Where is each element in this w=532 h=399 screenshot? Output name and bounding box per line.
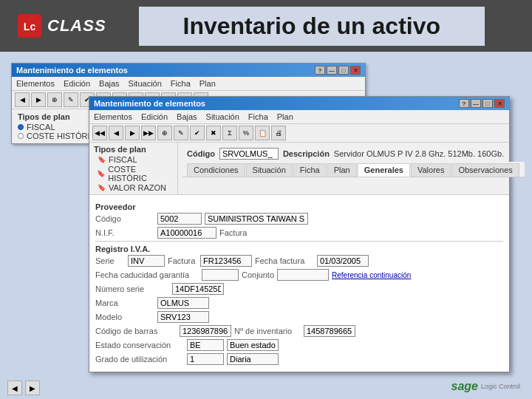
front-plan-items: 🔖 FISCAL 🔖 COSTE HISTÓRIC 🔖 VALOR RAZON <box>94 155 173 192</box>
front-window-title: Mantenimiento de elementos <box>94 99 205 108</box>
front-plan-coste-text: COSTE HISTÓRIC <box>108 165 173 183</box>
tab-generales[interactable]: Generales <box>358 163 410 177</box>
back-menu-bar: Elementos Edición Bajas Situación Ficha … <box>12 77 365 91</box>
back-tb-2[interactable]: ▶ <box>31 92 46 107</box>
back-menu-elementos[interactable]: Elementos <box>15 78 56 89</box>
tab-condiciones[interactable]: Condiciones <box>187 163 245 177</box>
front-tb-8[interactable]: ✖ <box>206 126 221 140</box>
divider-1 <box>95 241 503 242</box>
back-menu-edicion[interactable]: Edición <box>62 78 92 89</box>
front-plan-valor: 🔖 VALOR RAZON <box>97 183 173 192</box>
estado-conservacion-text[interactable] <box>227 339 279 351</box>
front-codigo-label: Código <box>187 149 215 158</box>
nro-inventario-input[interactable] <box>304 325 355 337</box>
tab-situacion[interactable]: Situación <box>246 163 293 177</box>
front-tb-11[interactable]: 📋 <box>255 126 270 140</box>
tab-ficha[interactable]: Ficha <box>293 163 327 177</box>
back-tb-1[interactable]: ◀ <box>15 92 30 107</box>
sage-text: sage <box>451 380 478 393</box>
front-max-btn[interactable]: □ <box>482 99 493 108</box>
fecha-caducidad-input[interactable] <box>202 269 239 281</box>
front-menu-situacion[interactable]: Situación <box>205 112 241 122</box>
cod-proveedor-input[interactable] <box>157 213 202 225</box>
front-min-btn[interactable]: — <box>471 99 481 108</box>
ref-continua-label[interactable]: Referencia continuación <box>332 271 411 279</box>
proveedor-row: Código <box>95 213 503 225</box>
back-menu-plan[interactable]: Plan <box>198 78 217 89</box>
front-tipos-plan: Tipos de plan 🔖 FISCAL 🔖 COSTE HISTÓRIC … <box>89 143 178 194</box>
nif-input[interactable] <box>157 227 216 239</box>
factura-label: Factura <box>219 228 256 237</box>
nav-next-btn[interactable]: ▶ <box>25 381 40 395</box>
factura-num-input[interactable] <box>200 255 252 267</box>
front-menu-ficha[interactable]: Ficha <box>247 112 270 122</box>
front-tb-10[interactable]: % <box>239 126 253 140</box>
proveedor-name-input[interactable] <box>205 213 308 225</box>
front-plan-fiscal: 🔖 FISCAL <box>97 155 173 164</box>
back-help-btn[interactable]: ? <box>315 66 325 75</box>
marca-label: Marca <box>95 299 154 307</box>
logo-icon: Lc <box>15 11 44 41</box>
fecha-factura-input[interactable] <box>317 255 369 267</box>
front-tb-6[interactable]: ✎ <box>174 126 188 140</box>
nav-prev-btn[interactable]: ◀ <box>7 381 22 395</box>
front-tb-1[interactable]: ◀◀ <box>92 126 107 140</box>
num-serie-row: Número serie <box>95 283 503 295</box>
front-menu-bajas[interactable]: Bajas <box>175 112 199 122</box>
front-window-controls: ? — □ ✕ <box>459 99 505 108</box>
sage-logo: sage Logic Control <box>451 380 521 393</box>
front-tb-3[interactable]: ▶ <box>125 126 140 140</box>
modelo-row: Modelo <box>95 311 503 323</box>
main-content: Mantenimiento de elementos ? — □ ✕ Eleme… <box>0 52 532 399</box>
tab-plan[interactable]: Plan <box>327 163 357 177</box>
marca-input[interactable] <box>157 297 209 309</box>
back-bullet-fiscal <box>18 124 24 130</box>
iva-row: Serie Factura Fecha factura <box>95 255 503 267</box>
front-menu-plan[interactable]: Plan <box>276 112 295 122</box>
front-tb-4[interactable]: ▶▶ <box>141 126 156 140</box>
front-icon-coste: 🔖 <box>97 169 105 178</box>
front-tb-2[interactable]: ◀ <box>109 126 123 140</box>
front-window-titlebar: Mantenimiento de elementos ? — □ ✕ <box>89 97 509 110</box>
modelo-input[interactable] <box>157 311 209 323</box>
form-body: Proveedor Código N.I.F. Factura Registro… <box>89 195 509 372</box>
back-tb-3[interactable]: ⊕ <box>47 92 62 107</box>
front-icon-valor: 🔖 <box>97 183 106 192</box>
front-tipos-label: Tipos de plan <box>94 145 173 154</box>
conjunto-input[interactable] <box>277 269 329 281</box>
serie-input[interactable] <box>128 255 165 267</box>
front-help-btn[interactable]: ? <box>459 99 469 108</box>
estado-conservacion-input[interactable] <box>187 339 224 351</box>
back-window-controls: ? — □ ✕ <box>315 66 361 75</box>
front-codigo-area: Código Descripción Servidor OLMUS P IV 2… <box>178 143 529 194</box>
front-menu-elementos[interactable]: Elementos <box>92 112 134 122</box>
grado-utilizacion-input[interactable] <box>187 353 224 365</box>
modelo-label: Modelo <box>95 313 154 321</box>
logo-text: CLASS <box>47 16 106 35</box>
back-menu-ficha[interactable]: Ficha <box>169 78 192 89</box>
diaria-input[interactable] <box>227 353 279 365</box>
back-max-btn[interactable]: □ <box>338 66 349 75</box>
front-plan-valor-text: VALOR RAZON <box>109 183 166 192</box>
front-codigo-row: Código Descripción Servidor OLMUS P IV 2… <box>183 146 525 162</box>
estado-conservacion-label: Estado conservación <box>95 341 184 349</box>
tab-observaciones[interactable]: Observaciones <box>451 163 519 177</box>
back-menu-situacion[interactable]: Situación <box>127 78 163 89</box>
back-menu-bajas[interactable]: Bajas <box>98 78 121 89</box>
front-menu-edicion[interactable]: Edición <box>140 112 169 122</box>
cod-barras-input[interactable] <box>180 325 231 337</box>
tab-valores[interactable]: Valores <box>411 163 451 177</box>
numero-serie-input[interactable] <box>172 283 224 295</box>
front-tb-7[interactable]: ✔ <box>190 126 205 140</box>
front-tb-5[interactable]: ⊕ <box>157 126 172 140</box>
back-close-btn[interactable]: ✕ <box>350 66 361 75</box>
header-title-area: Inventario de un activo <box>106 7 517 46</box>
back-min-btn[interactable]: — <box>327 66 337 75</box>
back-tb-4[interactable]: ✎ <box>64 92 78 107</box>
front-close-btn[interactable]: ✕ <box>494 99 505 108</box>
window-front: Mantenimiento de elementos ? — □ ✕ Eleme… <box>89 96 510 372</box>
front-tb-12[interactable]: 🖨 <box>271 126 286 140</box>
front-codigo-input[interactable] <box>219 148 279 160</box>
caducidad-row: Fecha caducidad garantía Conjunto Refere… <box>95 269 503 281</box>
front-tb-9[interactable]: Σ <box>222 126 237 140</box>
